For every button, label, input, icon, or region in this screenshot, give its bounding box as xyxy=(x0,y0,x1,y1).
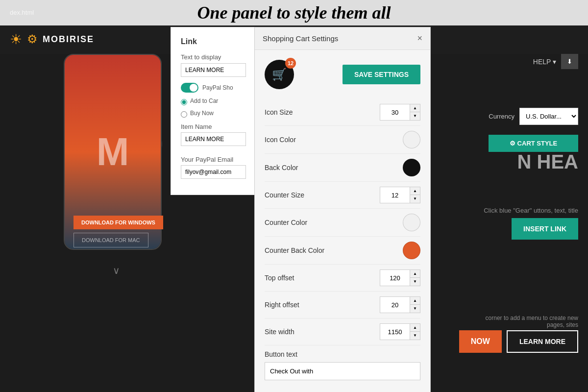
cart-icon-wrap: 🛒 12 xyxy=(265,60,294,89)
counter-size-input[interactable] xyxy=(380,189,410,202)
icon-size-down[interactable]: ▼ xyxy=(410,112,420,120)
site-width-input[interactable] xyxy=(380,325,410,339)
text-to-display-input[interactable] xyxy=(181,63,246,77)
add-to-cart-radio-row: Add to Car xyxy=(181,98,246,107)
button-text-row: Button text xyxy=(265,345,420,385)
settings-body: 🛒 12 SAVE SETTINGS Icon Size ▲ ▼ Icon Co… xyxy=(255,50,430,392)
paypal-toggle-label: PayPal Sho xyxy=(202,84,233,91)
phone-letter: M xyxy=(97,129,129,174)
back-color-row: Back Color xyxy=(265,154,420,182)
right-small-text: Click blue "Gear" uttons, text, title xyxy=(484,206,578,216)
top-offset-label: Top offset xyxy=(265,274,294,282)
counter-size-up[interactable]: ▲ xyxy=(410,187,420,195)
paypal-toggle[interactable] xyxy=(181,83,198,93)
right-offset-input[interactable] xyxy=(380,298,410,312)
bottom-corner-text: corner to add a menu to create new pages… xyxy=(480,315,578,328)
site-width-input-wrap: ▲ ▼ xyxy=(380,323,420,340)
top-offset-down[interactable]: ▼ xyxy=(410,278,420,286)
site-width-row: Site width ▲ ▼ xyxy=(265,318,420,345)
counter-color-label: Counter Color xyxy=(265,219,307,226)
learn-more-button[interactable]: LEARN MORE xyxy=(507,330,578,353)
gear-icon: ⚙ xyxy=(27,32,38,46)
right-panel: Currency U.S. Dollar... ⚙ CART STYLE xyxy=(489,108,578,152)
now-button[interactable]: NOW xyxy=(459,330,502,353)
back-color-label: Back Color xyxy=(265,164,298,172)
paypal-toggle-row: PayPal Sho xyxy=(181,83,246,93)
cart-icon: 🛒 xyxy=(272,68,287,81)
text-to-display-label: Text to display xyxy=(181,53,246,61)
counter-size-input-wrap: ▲ ▼ xyxy=(380,187,420,203)
email-input[interactable] xyxy=(181,165,246,179)
buy-now-radio[interactable] xyxy=(181,111,187,118)
add-to-cart-radio[interactable] xyxy=(181,99,187,105)
counter-size-spinners: ▲ ▼ xyxy=(410,187,420,203)
settings-title: Shopping Cart Settings xyxy=(263,34,338,43)
buy-now-label: Buy Now xyxy=(190,110,214,117)
logo-text: MOBIRISE xyxy=(43,34,94,45)
download-button[interactable]: ⬇ xyxy=(561,54,578,69)
currency-label: Currency xyxy=(489,113,514,120)
top-offset-up[interactable]: ▲ xyxy=(410,270,420,278)
button-text-label: Button text xyxy=(265,350,297,358)
close-button[interactable]: × xyxy=(417,33,422,44)
settings-header: Shopping Cart Settings × xyxy=(255,27,430,50)
icon-color-swatch[interactable] xyxy=(403,131,420,148)
download-windows-button[interactable]: DOWNLOAD FOR WINDOWS xyxy=(74,216,163,229)
counter-color-swatch[interactable] xyxy=(403,214,420,231)
page-heading: One panel to style them all xyxy=(0,0,588,25)
right-offset-down[interactable]: ▼ xyxy=(410,305,420,313)
right-offset-label: Right offset xyxy=(265,301,299,309)
cart-icon-row: 🛒 12 SAVE SETTINGS xyxy=(265,60,420,89)
insert-link-button[interactable]: INSERT LINK xyxy=(512,218,578,240)
top-offset-input[interactable] xyxy=(380,271,410,285)
sun-icon: ☀ xyxy=(10,31,22,48)
item-name-input[interactable] xyxy=(181,132,246,146)
back-color-swatch[interactable] xyxy=(403,159,420,176)
link-panel-title: Link xyxy=(181,37,246,46)
icon-color-row: Icon Color xyxy=(265,126,420,154)
help-area: HELP ▾ ⬇ xyxy=(533,54,578,69)
cart-badge: 12 xyxy=(285,58,296,69)
button-text-input[interactable] xyxy=(265,362,420,380)
email-label: Your PayPal Email xyxy=(181,156,246,163)
icon-size-input[interactable] xyxy=(380,106,410,119)
top-offset-row: Top offset ▲ ▼ xyxy=(265,265,420,292)
counter-size-row: Counter Size ▲ ▼ xyxy=(265,182,420,209)
download-icon: ⬇ xyxy=(567,58,572,65)
right-large-text: N HEA xyxy=(517,152,578,172)
cart-style-button[interactable]: ⚙ CART STYLE xyxy=(489,135,578,152)
link-panel: Link Text to display PayPal Sho Add to C… xyxy=(171,27,256,195)
icon-size-spinners: ▲ ▼ xyxy=(410,104,420,120)
scroll-indicator: ∨ xyxy=(113,265,120,276)
icon-size-label: Icon Size xyxy=(265,108,293,116)
icon-size-input-wrap: ▲ ▼ xyxy=(380,104,420,121)
buy-now-radio-row: Buy Now xyxy=(181,110,246,119)
counter-back-color-row: Counter Back Color xyxy=(265,237,420,265)
icon-size-row: Icon Size ▲ ▼ xyxy=(265,99,420,126)
download-mac-button[interactable]: DOWNLOAD FOR MAC xyxy=(74,233,148,247)
right-offset-input-wrap: ▲ ▼ xyxy=(380,296,420,313)
site-width-up[interactable]: ▲ xyxy=(410,324,420,332)
icon-size-up[interactable]: ▲ xyxy=(410,104,420,112)
help-button[interactable]: HELP ▾ xyxy=(533,58,556,66)
site-width-label: Site width xyxy=(265,328,294,336)
icon-color-label: Icon Color xyxy=(265,136,296,144)
site-width-down[interactable]: ▼ xyxy=(410,332,420,340)
currency-select[interactable]: U.S. Dollar... xyxy=(519,108,578,125)
save-settings-button[interactable]: SAVE SETTINGS xyxy=(343,65,420,84)
counter-color-row: Counter Color xyxy=(265,209,420,237)
settings-panel: Shopping Cart Settings × 🛒 12 SAVE SETTI… xyxy=(254,27,431,392)
counter-size-down[interactable]: ▼ xyxy=(410,195,420,203)
top-offset-input-wrap: ▲ ▼ xyxy=(380,270,420,286)
counter-back-color-label: Counter Back Color xyxy=(265,246,324,254)
item-name-label: Item Name xyxy=(181,123,246,130)
site-width-spinners: ▲ ▼ xyxy=(410,324,420,340)
counter-size-label: Counter Size xyxy=(265,191,304,199)
right-offset-up[interactable]: ▲ xyxy=(410,297,420,305)
add-to-cart-label: Add to Car xyxy=(190,98,218,104)
top-offset-spinners: ▲ ▼ xyxy=(410,270,420,286)
bottom-buttons-row: NOW LEARN MORE xyxy=(459,330,578,353)
counter-back-color-swatch[interactable] xyxy=(403,242,420,259)
right-offset-row: Right offset ▲ ▼ xyxy=(265,292,420,318)
right-offset-spinners: ▲ ▼ xyxy=(410,297,420,313)
